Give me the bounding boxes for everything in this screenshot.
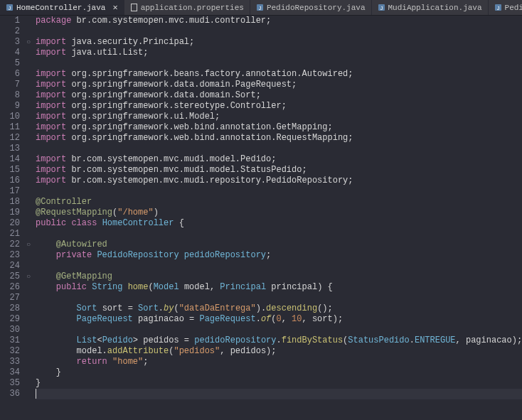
- line-gutter: 1234567891011121314151617181920212223242…: [0, 16, 24, 420]
- token-kw: private: [56, 250, 97, 260]
- token-type: Principal: [220, 282, 271, 292]
- token-pkg: [36, 271, 56, 281]
- token-type: Sort: [138, 303, 159, 313]
- code-line[interactable]: import org.springframework.stereotype.Co…: [36, 101, 522, 112]
- line-number: 10: [0, 112, 20, 122]
- code-line[interactable]: List<Pedido> pedidos = pedidoRepository.…: [36, 335, 522, 346]
- fold-marker: [24, 112, 33, 122]
- token-field: pedidoRepository: [194, 335, 276, 345]
- code-line[interactable]: [36, 26, 522, 37]
- tab-1[interactable]: application.properties: [124, 0, 250, 15]
- code-line[interactable]: import br.com.systemopen.mvc.mudi.reposi…: [36, 176, 522, 186]
- token-static-call: by: [164, 303, 174, 313]
- code-line[interactable]: import org.springframework.data.domain.P…: [36, 80, 522, 90]
- fold-marker[interactable]: ○: [24, 37, 33, 48]
- code-line[interactable]: package br.com.systemopen.mvc.mudi.contr…: [36, 16, 522, 26]
- token-num: 0: [276, 314, 281, 324]
- code-line[interactable]: @GetMapping: [36, 271, 522, 282]
- code-line[interactable]: @Autowired: [36, 239, 522, 250]
- code-line[interactable]: [36, 58, 522, 69]
- token-pkg: model.: [36, 346, 107, 356]
- fold-marker: [24, 325, 33, 335]
- token-pkg: , paginacao);: [456, 335, 522, 345]
- code-line[interactable]: public String home(Model model, Principa…: [36, 282, 522, 293]
- line-number: 13: [0, 144, 20, 154]
- code-line[interactable]: model.addAttribute("pedidos", pedidos);: [36, 346, 522, 357]
- code-line[interactable]: [36, 186, 522, 197]
- close-icon[interactable]: ✕: [112, 2, 117, 13]
- code-line[interactable]: }: [36, 378, 522, 389]
- code-line[interactable]: import br.com.systemopen.mvc.mudi.model.…: [36, 165, 522, 176]
- token-pkg: org.springframework.beans.factory.annota…: [66, 69, 353, 79]
- token-pkg: [36, 239, 56, 249]
- code-line[interactable]: }: [36, 367, 522, 378]
- token-pkg: [36, 314, 77, 324]
- tab-label: application.properties: [141, 4, 244, 12]
- token-num: 10: [292, 314, 302, 324]
- fold-marker: [24, 282, 33, 293]
- token-pkg: org.springframework.ui.Model;: [66, 112, 220, 122]
- token-call: descending: [266, 303, 317, 313]
- fold-marker[interactable]: ○: [24, 239, 33, 250]
- code-line[interactable]: [36, 293, 522, 303]
- code-line[interactable]: public class HomeController {: [36, 218, 522, 229]
- code-line[interactable]: import org.springframework.data.domain.S…: [36, 90, 522, 101]
- fold-marker: [24, 229, 33, 239]
- token-call: addAttribute: [107, 346, 169, 356]
- token-type: PageRequest: [199, 314, 255, 324]
- token-pkg: model,: [184, 282, 220, 292]
- fold-marker: [24, 16, 33, 26]
- code-line[interactable]: import org.springframework.beans.factory…: [36, 69, 522, 80]
- tab-2[interactable]: JPedidoRepository.java: [250, 0, 372, 15]
- fold-marker: [24, 314, 33, 325]
- code-line[interactable]: private PedidoRepository pedidoRepositor…: [36, 250, 522, 261]
- code-line[interactable]: import org.springframework.ui.Model;: [36, 112, 522, 122]
- editor-tabs: JHomeController.java✕application.propert…: [0, 0, 522, 16]
- token-pkg: [36, 282, 56, 292]
- code-line[interactable]: [36, 261, 522, 271]
- code-line[interactable]: import java.security.Principal;: [36, 37, 522, 48]
- fold-marker: [24, 176, 33, 186]
- code-line[interactable]: [36, 144, 522, 154]
- code-line[interactable]: import org.springframework.web.bind.anno…: [36, 122, 522, 133]
- line-number: 3: [0, 37, 20, 48]
- token-pkg: br.com.systemopen.mvc.mudi.model.Pedido;: [66, 154, 276, 164]
- code-line[interactable]: import java.util.List;: [36, 48, 522, 58]
- code-line[interactable]: @RequestMapping("/home"): [36, 208, 522, 218]
- token-kw: import: [36, 90, 66, 100]
- code-line[interactable]: import br.com.systemopen.mvc.mudi.model.…: [36, 154, 522, 165]
- code-line[interactable]: return "home";: [36, 357, 522, 367]
- token-pkg: org.springframework.stereotype.Controlle…: [66, 101, 287, 111]
- token-pkg: {: [174, 218, 183, 228]
- token-ann: @RequestMapping: [36, 208, 112, 217]
- code-line[interactable]: [36, 229, 522, 239]
- tab-3[interactable]: JMudiApplication.java: [372, 0, 489, 15]
- code-line[interactable]: import org.springframework.web.bind.anno…: [36, 133, 522, 144]
- line-number: 35: [0, 378, 20, 389]
- fold-marker: [24, 26, 33, 37]
- token-enum-const: ENTREGUE: [415, 335, 456, 345]
- tab-0[interactable]: JHomeController.java✕: [0, 0, 124, 15]
- code-area[interactable]: package br.com.systemopen.mvc.mudi.contr…: [33, 16, 522, 420]
- token-pkg: > pedidos =: [133, 335, 194, 345]
- line-number: 6: [0, 69, 20, 80]
- tab-label: HomeController.java: [16, 4, 105, 12]
- tab-4[interactable]: JPedidoRes: [489, 0, 522, 15]
- fold-column: ○○○: [24, 16, 33, 420]
- token-kw: import: [36, 112, 66, 122]
- code-line[interactable]: @Controller: [36, 197, 522, 208]
- code-line[interactable]: PageRequest paginacao = PageRequest.of(0…: [36, 314, 522, 325]
- fold-marker[interactable]: ○: [24, 271, 33, 282]
- line-number: 16: [0, 176, 20, 186]
- tab-label: PedidoRes: [505, 4, 522, 12]
- java-file-icon: J: [494, 4, 502, 11]
- java-file-icon: J: [256, 4, 264, 11]
- code-line[interactable]: Sort sort = Sort.by("dataDaEntrega").des…: [36, 303, 522, 314]
- code-line[interactable]: [36, 325, 522, 335]
- fold-marker: [24, 261, 33, 271]
- fold-marker: [24, 250, 33, 261]
- token-pkg: [36, 357, 77, 367]
- code-line[interactable]: [36, 389, 522, 399]
- line-number: 28: [0, 303, 20, 314]
- token-pkg: , pedidos);: [220, 346, 276, 356]
